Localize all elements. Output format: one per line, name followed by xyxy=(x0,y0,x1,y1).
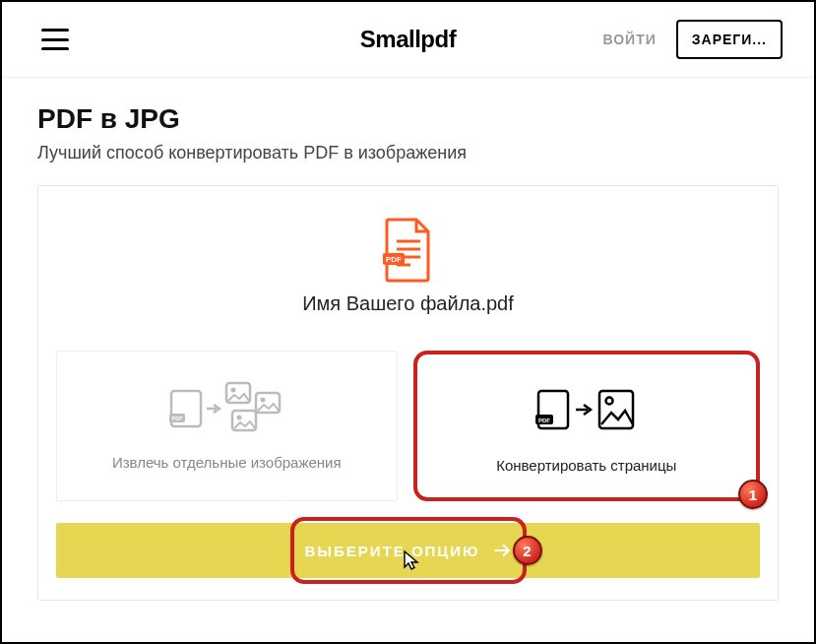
logo: Smallpdf xyxy=(360,26,456,53)
svg-text:PDF: PDF xyxy=(538,418,550,423)
panel: PDF Имя Вашего файла.pdf PDF xyxy=(37,185,779,601)
annotation-badge-1: 1 xyxy=(738,480,768,509)
extract-images-icon: PDF xyxy=(69,379,385,434)
header: Smallpdf ВОЙТИ ЗАРЕГИ... xyxy=(2,2,814,78)
svg-rect-18 xyxy=(599,391,633,428)
svg-point-12 xyxy=(261,398,266,403)
arrow-right-icon xyxy=(492,541,512,560)
convert-pages-icon: PDF xyxy=(429,382,745,437)
file-name: Имя Вашего файла.pdf xyxy=(56,292,760,315)
pdf-file-icon: PDF xyxy=(381,218,436,283)
options-row: PDF Извлечь отдельные изображения xyxy=(56,351,760,501)
svg-point-10 xyxy=(231,388,236,393)
signup-button[interactable]: ЗАРЕГИ... xyxy=(676,20,783,59)
file-block: PDF Имя Вашего файла.pdf xyxy=(56,204,760,337)
cta-wrapper: ВЫБЕРИТЕ ОПЦИЮ 2 xyxy=(56,523,760,578)
page-subtitle: Лучший способ конвертировать PDF в изобр… xyxy=(37,143,779,163)
svg-point-14 xyxy=(237,416,242,420)
cta-label: ВЫБЕРИТЕ ОПЦИЮ xyxy=(304,543,479,559)
page-title: PDF в JPG xyxy=(37,103,779,135)
option-extract-label: Извлечь отдельные изображения xyxy=(69,454,385,471)
svg-point-19 xyxy=(605,398,612,405)
svg-text:PDF: PDF xyxy=(172,416,184,421)
auth-area: ВОЙТИ ЗАРЕГИ... xyxy=(602,20,783,59)
option-convert-label: Конвертировать страницы xyxy=(429,457,745,474)
menu-icon[interactable] xyxy=(41,29,69,50)
login-link[interactable]: ВОЙТИ xyxy=(602,32,656,47)
content: PDF в JPG Лучший способ конвертировать P… xyxy=(2,78,814,612)
choose-option-button[interactable]: ВЫБЕРИТЕ ОПЦИЮ xyxy=(56,523,760,578)
svg-text:PDF: PDF xyxy=(386,255,402,264)
option-convert-pages[interactable]: PDF Конвертировать страницы 1 xyxy=(413,351,761,501)
option-extract-images[interactable]: PDF Извлечь отдельные изображения xyxy=(56,351,398,501)
